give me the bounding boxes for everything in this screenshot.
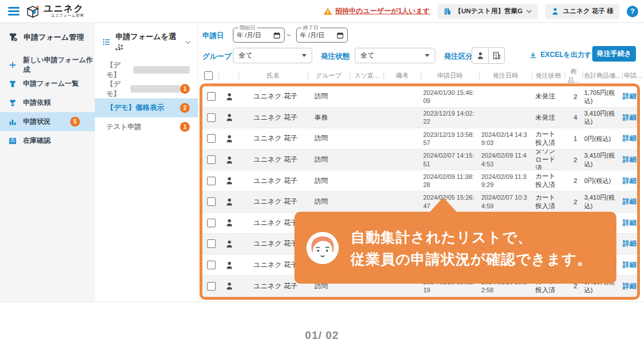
cell-total-price: 0円(税込): [582, 170, 622, 191]
organization-selector[interactable]: 【UNテスト用】営業G: [438, 4, 538, 19]
row-checkbox[interactable]: [207, 155, 216, 164]
sidebar-item-label: 申請フォーム一覧: [23, 79, 79, 89]
cell-item-count: 1: [565, 128, 582, 149]
sidebar-item-new-form[interactable]: 新しい申請フォーム作成: [0, 55, 95, 74]
form-item-test[interactable]: テスト申請 1: [95, 117, 198, 136]
table-row: ユニネク 花子 訪問 2024/01/30 15:46:09 未発注 2 1,7…: [202, 86, 637, 108]
person-icon: [225, 176, 234, 185]
chevron-down-icon: [185, 40, 191, 44]
request-date-label: 申請日: [202, 31, 224, 41]
detail-link[interactable]: 詳細: [622, 213, 637, 234]
building-icon: [443, 7, 451, 16]
table-header: 氏名 グループ スソ直... 備考 申請日時 発注日時 発注状態 商品... 合…: [198, 68, 643, 83]
detail-link[interactable]: 詳細: [622, 234, 637, 254]
order-procedure-label: 発注手続き: [597, 49, 631, 59]
sidebar-item-form-list[interactable]: 申請フォーム一覧: [0, 74, 95, 93]
end-date-input[interactable]: 終了日 年 /月/日: [296, 28, 348, 43]
person-icon: [225, 155, 234, 165]
row-checkbox[interactable]: [207, 282, 216, 291]
sidebar-item-stock[interactable]: 在庫確認: [0, 131, 95, 150]
cell-note: [384, 150, 421, 170]
form-select-header[interactable]: 申請フォームを選ぶ: [95, 23, 198, 57]
sidebar-item-request[interactable]: 申請依頼: [0, 93, 95, 112]
column-order-status: 発注状態: [532, 68, 565, 83]
row-checkbox[interactable]: [207, 239, 216, 248]
order-status-select[interactable]: 全て: [355, 48, 435, 63]
cell-hem: [350, 128, 384, 149]
order-type-person-toggle[interactable]: [472, 48, 488, 63]
cell-hem: [350, 108, 384, 128]
form-item-demo-2[interactable]: 【デモ】 1: [95, 79, 198, 98]
order-status-value: 全て: [361, 51, 374, 60]
menu-icon[interactable]: [8, 7, 20, 16]
form-item-label: テスト申請: [106, 122, 141, 132]
help-button[interactable]: ?: [627, 6, 638, 17]
row-checkbox[interactable]: [207, 177, 216, 185]
app-bottom-edge: [0, 302, 644, 302]
start-date-input[interactable]: 開始日 年 /月/日: [233, 28, 285, 43]
row-checkbox[interactable]: [207, 134, 216, 143]
group-select[interactable]: 全て: [233, 48, 312, 63]
form-item-label: 【デモ】価格表示: [106, 103, 164, 113]
order-type-company-toggle[interactable]: [488, 48, 504, 63]
topbar: ユニネク ユニフォーム管理 招待中のユーザーが1人います 【UNテスト用: [0, 0, 644, 23]
cell-total-price: 3,410円(税込): [582, 192, 622, 212]
select-all-checkbox[interactable]: [204, 71, 213, 80]
cell-item-count: 2: [565, 86, 582, 107]
bar-chart-icon: [8, 117, 17, 127]
app: ユニネク ユニフォーム管理 招待中のユーザーが1人います 【UNテスト用: [0, 0, 644, 351]
tooltip-line-2: 従業員の申請状況が確認できます。: [351, 248, 592, 270]
cell-total-price: 1,705円(税込): [582, 86, 622, 107]
row-checkbox[interactable]: [207, 219, 216, 227]
detail-link[interactable]: 詳細: [622, 86, 637, 107]
row-checkbox[interactable]: [207, 197, 216, 206]
sidebar-header: 申請フォーム管理: [0, 23, 95, 47]
form-item-demo-price[interactable]: 【デモ】価格表示 2: [95, 98, 198, 117]
user-menu[interactable]: ユニネク 花子 様: [545, 4, 619, 19]
cell-group: 訪問: [308, 170, 350, 191]
redacted-text: [133, 66, 190, 74]
detail-link[interactable]: 詳細: [622, 108, 637, 128]
export-excel-link[interactable]: EXCELを出力する: [529, 50, 599, 60]
end-date-value: 年 /月/日: [300, 31, 324, 40]
redacted-text: [131, 85, 180, 93]
cell-requested-at: 2024/02/07 14:15:51: [421, 150, 479, 170]
invited-users-warning-link[interactable]: 招待中のユーザーが1人います: [323, 6, 430, 16]
cell-requested-at: 2024/01/30 15:46:09: [421, 86, 479, 107]
column-group: グループ: [308, 68, 350, 83]
cell-hem: [350, 192, 384, 212]
sidebar-item-status[interactable]: 申請状況 5: [0, 112, 95, 131]
detail-link[interactable]: 詳細: [622, 192, 637, 212]
group-select-value: 全て: [239, 51, 252, 60]
chevron-down-icon: [526, 9, 532, 13]
sidebar-item-label: 在庫確認: [23, 136, 51, 146]
cell-order-status: カート投入済: [532, 170, 565, 191]
order-procedure-button[interactable]: 発注手続き: [592, 46, 636, 62]
onboarding-tooltip: 自動集計されたリストで、 従業員の申請状況が確認できます。: [294, 212, 616, 284]
column-request: 申請...: [622, 68, 643, 83]
row-checkbox[interactable]: [207, 92, 216, 101]
cell-requested-at: 2023/12/19 13:58:57: [421, 128, 479, 149]
detail-link[interactable]: 詳細: [622, 170, 637, 191]
caret-down-icon: [425, 54, 430, 57]
row-checkbox[interactable]: [207, 261, 216, 269]
detail-link[interactable]: 詳細: [622, 150, 637, 170]
person-icon: [225, 134, 234, 143]
detail-link[interactable]: 詳細: [622, 128, 637, 149]
detail-link[interactable]: 詳細: [622, 276, 637, 296]
logo: ユニネク ユニフォーム管理: [25, 4, 84, 19]
cell-ordered-at: [479, 108, 532, 128]
cell-name: ユニネク 花子: [239, 128, 308, 149]
cell-note: [384, 170, 421, 191]
help-label: ?: [630, 7, 635, 16]
row-checkbox[interactable]: [207, 113, 216, 122]
logo-subtitle: ユニフォーム管理: [44, 13, 84, 18]
form-item-demo-1[interactable]: 【デモ】: [95, 60, 198, 79]
cell-group: 訪問: [308, 192, 350, 212]
sidebar-item-label: 申請状況: [23, 117, 51, 127]
form-item-label: 【デモ】: [106, 79, 129, 99]
detail-link[interactable]: 詳細: [622, 255, 637, 276]
organization-name: 【UNテスト用】営業G: [455, 7, 523, 16]
cell-ordered-at: [479, 86, 532, 107]
export-excel-label: EXCELを出力する: [540, 50, 599, 60]
